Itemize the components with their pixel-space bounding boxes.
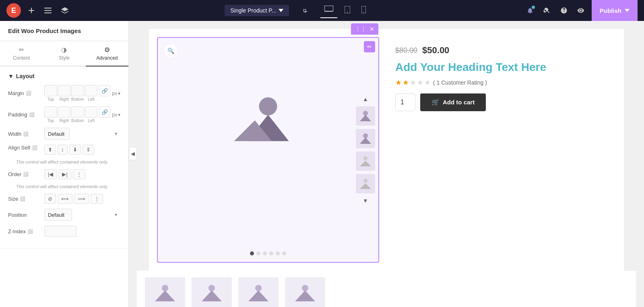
svg-point-19: [162, 285, 168, 291]
z-index-input[interactable]: [44, 226, 76, 237]
dot-5[interactable]: [276, 251, 280, 255]
add-element-button[interactable]: [26, 5, 37, 16]
layout-section-title[interactable]: ▼ Layout: [8, 73, 120, 79]
help-button[interactable]: [558, 4, 570, 17]
thumbnail-2[interactable]: [356, 129, 375, 148]
align-self-top-button[interactable]: ⬆: [44, 145, 56, 155]
align-self-bottom-button[interactable]: ⬇: [69, 145, 81, 155]
svg-point-7: [363, 12, 364, 12]
dot-4[interactable]: [269, 251, 273, 255]
bottom-thumb-2[interactable]: [192, 277, 232, 307]
padding-boxes: [44, 106, 97, 118]
position-select-wrapper: Default Relative Absolute Fixed: [44, 209, 120, 221]
sale-price: $50.00: [422, 45, 449, 56]
padding-right-input[interactable]: [58, 106, 71, 118]
search-button[interactable]: [541, 4, 553, 17]
section-arrow-icon: ▼: [8, 73, 14, 79]
position-label: Position: [8, 212, 44, 218]
margin-unit[interactable]: px ▾: [112, 91, 120, 96]
dot-2[interactable]: [256, 251, 260, 255]
widget-drag-button[interactable]: ⋮⋮: [354, 25, 367, 33]
margin-left-input[interactable]: [85, 85, 98, 96]
add-to-cart-button[interactable]: 🛒 Add to cart: [420, 93, 486, 111]
tab-style[interactable]: ◑ Style: [43, 41, 85, 66]
padding-link-button[interactable]: 🔗: [99, 106, 110, 118]
thumb-down-arrow[interactable]: ▼: [362, 197, 369, 205]
order-last-button[interactable]: ▶|: [58, 169, 71, 179]
preview-button[interactable]: [575, 4, 587, 17]
panel-toggle-button[interactable]: [42, 5, 54, 16]
thumbnail-4[interactable]: [356, 174, 375, 193]
bottom-thumb-3[interactable]: [238, 277, 279, 307]
margin-right-input[interactable]: [58, 85, 71, 96]
tab-advanced[interactable]: ⚙ Advanced: [86, 41, 128, 66]
tab-content[interactable]: ✏ Content: [0, 41, 43, 66]
align-self-middle-button[interactable]: ↕: [58, 145, 68, 155]
mobile-view-button[interactable]: [357, 3, 370, 18]
product-container: ⋮⋮ ✕ ✏ 🔍 ▲: [149, 29, 624, 271]
margin-link-button[interactable]: 🔗: [99, 85, 110, 96]
product-image-placeholder: [228, 88, 308, 149]
dot-3[interactable]: [263, 251, 267, 255]
panel-header: Edit Woo Product Images: [0, 21, 128, 41]
thumb-up-arrow[interactable]: ▲: [362, 95, 369, 103]
svg-rect-0: [44, 8, 52, 8]
layers-button[interactable]: [59, 5, 71, 16]
padding-unit[interactable]: px ▾: [112, 112, 120, 118]
svg-rect-2: [44, 12, 52, 13]
panel-collapse-button[interactable]: ◀: [129, 147, 137, 160]
padding-bottom-input[interactable]: [71, 106, 84, 118]
dot-6[interactable]: [282, 251, 286, 255]
padding-left-label: Left: [85, 118, 98, 123]
publish-button[interactable]: Publish: [592, 0, 638, 21]
size-none-button[interactable]: ⊘: [44, 194, 56, 204]
size-shrink-button[interactable]: ⟹: [74, 194, 89, 204]
notifications-button[interactable]: [524, 4, 536, 17]
tablet-view-button[interactable]: [341, 3, 354, 18]
padding-top-input[interactable]: [44, 106, 57, 118]
width-select[interactable]: Default Custom: [44, 128, 70, 140]
svg-marker-16: [360, 161, 371, 166]
bottom-thumb-1[interactable]: [145, 277, 185, 307]
order-helper-text: This control will affect contained eleme…: [8, 184, 120, 194]
top-bar-right: Publish: [524, 0, 638, 21]
margin-right-label: Right: [58, 97, 71, 102]
settings-button[interactable]: [299, 4, 311, 17]
price-row: $80.00 $50.00: [395, 45, 616, 56]
thumbnail-3[interactable]: [356, 151, 375, 171]
order-first-button[interactable]: |◀: [44, 169, 57, 179]
position-select[interactable]: Default Relative Absolute Fixed: [44, 209, 72, 221]
svg-rect-1: [44, 10, 52, 11]
top-bar: E Single Product P...: [0, 0, 644, 21]
margin-field-row: Margin ⬜ Top Right B: [8, 85, 120, 102]
position-field-row: Position Default Relative Absolute Fixed: [8, 209, 120, 221]
top-bar-center: Single Product P...: [76, 3, 519, 18]
z-index-label: Z-Index ⬜: [8, 228, 44, 234]
margin-top-input[interactable]: [44, 85, 57, 96]
padding-left-input[interactable]: [85, 106, 98, 118]
rating-row: ★ ★ ★ ★ ★ ( 1 Customer Rating ): [395, 78, 616, 87]
size-responsive-icon: ⬜: [20, 196, 25, 201]
quantity-input[interactable]: [395, 93, 415, 111]
dot-1[interactable]: [250, 251, 254, 255]
order-field-row: Order ⬜ |◀ ▶| ⋮: [8, 169, 120, 179]
margin-bottom-input[interactable]: [71, 85, 84, 96]
size-grow-button[interactable]: ⟺: [58, 194, 72, 204]
thumbnail-1[interactable]: [356, 106, 375, 126]
width-select-wrapper: Default Custom: [44, 128, 120, 140]
align-self-stretch-button[interactable]: ⇕: [83, 145, 94, 155]
z-index-field-row: Z-Index ⬜: [8, 226, 120, 237]
svg-point-8: [259, 97, 277, 116]
desktop-view-button[interactable]: [320, 3, 337, 18]
order-custom-button[interactable]: ⋮: [73, 169, 85, 179]
widget-close-button[interactable]: ✕: [369, 25, 375, 33]
style-tab-icon: ◑: [61, 46, 67, 54]
page-selector-button[interactable]: Single Product P...: [225, 5, 289, 16]
size-custom-button[interactable]: ⋮: [91, 194, 103, 204]
width-field-row: Width ⬜ Default Custom: [8, 128, 120, 140]
bottom-thumb-4[interactable]: [285, 277, 325, 307]
star-5: ★: [424, 78, 431, 87]
cart-icon: 🛒: [431, 98, 440, 106]
order-responsive-icon: ⬜: [23, 172, 29, 177]
svg-marker-26: [295, 290, 315, 301]
